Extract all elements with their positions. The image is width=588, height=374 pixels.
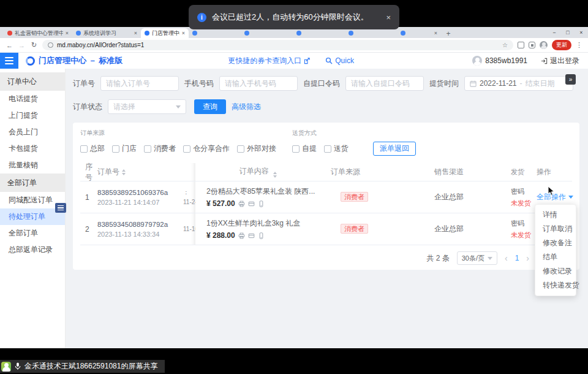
sidebar-item-door-pickup[interactable]: 上门提货 [0,107,65,124]
order-status-select[interactable]: 请选择 [108,99,186,114]
tab-close-icon[interactable]: × [434,30,437,36]
order-content-title: 2份精品大枣85苹果礼盒装 陕西... [206,186,320,197]
browser-tab-store-center-active[interactable]: 门店管理中心 × [141,28,189,38]
sidebar-section-order-center[interactable]: 订单中心 [0,72,65,91]
sidebar-item-member-visit[interactable]: 会员上门 [0,124,65,140]
side-panel-icon[interactable] [518,42,524,48]
card-icon[interactable] [248,200,255,207]
browser-update-button[interactable]: 更新 [552,40,571,50]
tab-close-icon[interactable]: × [66,30,69,36]
page-size-select[interactable]: 30条/页 [457,251,497,265]
toast-message: 会议已超过2人，自动转为60分钟限时会议。 [212,12,380,23]
sort-icon[interactable] [122,169,126,175]
next-page-button[interactable]: › [526,253,529,263]
delivery-method-group: 送货方式 自提 送货 [292,129,349,156]
phone-input[interactable] [219,76,298,91]
checkbox-filter-groups: 订单来源 总部 门店 消费者 仓分享合作 外部对接 送货方式 [80,129,572,156]
browser-tab-gift-marketing[interactable]: 礼盒营销中心管理中心 × [4,28,72,38]
menu-item-express-ship[interactable]: 转快递发货 [535,278,576,292]
print-icon[interactable] [238,200,245,207]
table-header-row: 序号 订单号 订单内容 订单来源 销售渠道 [80,163,572,181]
collapse-panel-button[interactable]: » [565,74,576,85]
browser-tab-hidden[interactable] [189,28,241,38]
date-separator: - [520,79,522,88]
bookmark-star-icon[interactable]: ☆ [502,42,508,48]
phone-icon[interactable] [258,232,265,239]
app-title: 门店管理中心 － 标准版 [39,55,123,66]
forward-button[interactable]: → [18,42,26,49]
checkbox-icon [112,145,119,153]
menu-item-detail[interactable]: 详情 [535,208,576,222]
order-source-group-label: 订单来源 [80,129,276,137]
dispatch-return-button[interactable]: 派单退回 [373,142,416,156]
sidebar-item-hq-return-records[interactable]: 总部返单记录 [0,242,65,258]
phone-icon[interactable] [258,200,265,207]
chevron-down-icon [488,257,492,262]
toast-close-icon[interactable]: × [386,13,391,22]
sidebar-item-all-orders[interactable]: 全部订单 [0,225,65,242]
checkbox-source-store[interactable]: 门店 [112,143,137,154]
sidebar-item-card-package-pickup[interactable]: 卡包提货 [0,140,65,157]
user-account[interactable]: 8385wb1991 [472,56,527,66]
checkbox-source-warehouse-share[interactable]: 仓分享合作 [183,143,230,154]
advanced-filter-link[interactable]: 高级筛选 [232,102,261,112]
url-bar[interactable]: md.maboy.cn/AllOrder?status=1 ☆ [42,40,513,50]
coupon-query-link[interactable]: 更快捷的券卡查询入口 [228,56,311,66]
table-row-1[interactable]: 1 83859389251069376a 2023-11-21 14:14:07… [80,181,572,213]
checkbox-source-external[interactable]: 外部对接 [237,143,276,154]
browser-menu-icon[interactable]: ⋮ [576,41,582,49]
checkbox-source-hq[interactable]: 总部 [80,143,105,154]
tab-favicon [401,31,405,36]
source-tag: 消费者 [341,192,368,202]
logout-button[interactable]: 退出登录 [541,56,579,66]
checkbox-source-consumer[interactable]: 消费者 [144,143,176,154]
pickup-code-input[interactable] [345,76,424,91]
quick-search-link[interactable]: Quick [325,56,354,65]
tab-close-icon[interactable]: × [182,30,185,36]
col-header-source: 订单来源 [321,167,422,177]
menu-item-cancel-order[interactable]: 订单取消 [535,222,576,236]
pickup-date-range-picker[interactable]: 2022-11-21 - 结束日期 [464,76,573,91]
sort-icon[interactable] [273,172,277,178]
page-number-1[interactable]: 1 [515,254,519,262]
menu-item-edit-note[interactable]: 修改备注 [535,236,576,250]
menu-toggle-button[interactable] [0,53,18,69]
browser-tab-partial[interactable]: × [397,28,441,38]
checkbox-icon [237,145,244,153]
card-icon[interactable] [248,232,255,239]
window-maximize-button[interactable]: □ [561,29,575,36]
sidebar-item-batch-verification[interactable]: 批量核销 [0,157,65,174]
calendar-icon [470,80,477,87]
microphone-icon [15,362,21,370]
print-icon[interactable] [238,232,245,239]
filter-row-1: 订单号 手机号码 自提口令码 提货时间 2022-11-21 - 结束日期 [73,76,579,91]
menu-item-settle[interactable]: 结单 [535,250,576,264]
checkbox-icon [324,145,331,153]
sidebar-collapse-handle[interactable] [55,203,66,213]
tab-close-icon[interactable]: × [134,30,137,36]
browser-tab-training[interactable]: 系统培训学习 × [72,28,141,38]
menu-item-edit-history[interactable]: 修改记录 [535,264,576,278]
browser-profile-avatar[interactable] [540,41,548,49]
checkbox-delivery-self-pickup[interactable]: 自提 [292,143,317,154]
search-button[interactable]: 查询 [194,99,226,114]
site-info-icon[interactable] [48,42,53,48]
browser-tab-hidden[interactable] [345,28,397,38]
order-no-input[interactable] [100,76,179,91]
order-source-cell: 消费者 [321,224,422,234]
sidebar-section-all-orders[interactable]: 全部订单 [0,174,65,192]
window-minimize-button[interactable]: − [548,29,561,36]
back-button[interactable]: ← [6,42,13,49]
browser-tab-hidden[interactable] [241,28,293,38]
extensions-icon[interactable] [529,42,535,48]
table-row-2[interactable]: 2 83859345088979792a 2023-11-13 14:33:34… [80,213,572,245]
window-close-button[interactable]: × [575,29,588,36]
browser-tab-hidden[interactable] [293,28,345,38]
new-tab-button[interactable]: + [443,29,453,38]
tab-favicon [349,31,353,36]
reload-button[interactable]: ↻ [30,41,38,49]
all-actions-dropdown-trigger[interactable]: 全部操作 [532,192,573,202]
sidebar-item-phone-pickup[interactable]: 电话提货 [0,91,65,107]
checkbox-delivery-deliver[interactable]: 送货 [324,143,349,154]
prev-page-button[interactable]: ‹ [505,253,508,263]
